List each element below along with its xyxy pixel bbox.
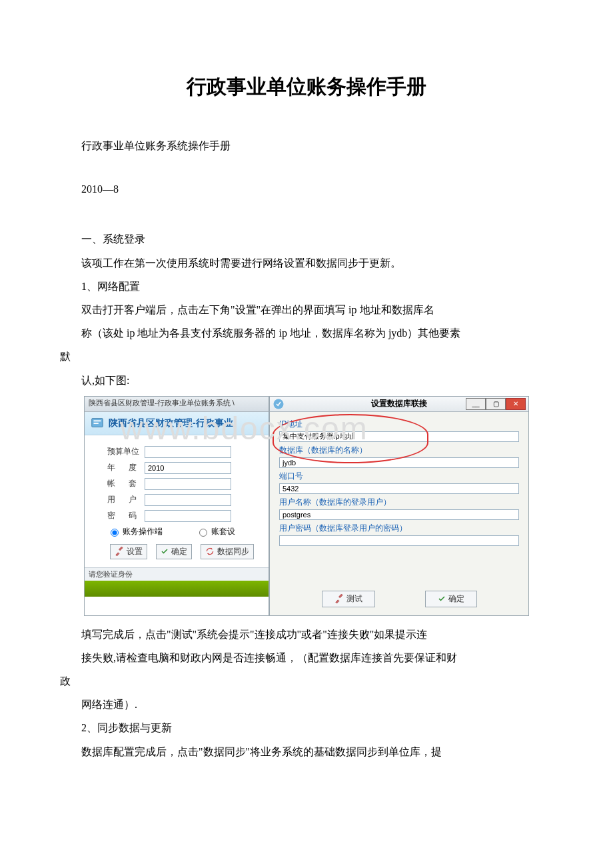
- dbpwd-input[interactable]: [279, 535, 519, 546]
- ip-input[interactable]: [279, 431, 519, 442]
- input-pwd[interactable]: [145, 510, 231, 522]
- login-titlebar: 陕西省县区财政管理-行政事业单位账务系统 \: [85, 397, 269, 412]
- db-ok-button-label: 确定: [448, 593, 464, 605]
- radio-setup[interactable]: 账套设: [196, 526, 235, 537]
- input-user[interactable]: [145, 494, 231, 506]
- login-footer-band: [85, 581, 269, 597]
- label-unit: 预算单位: [107, 446, 145, 457]
- sync-button[interactable]: 数据同步: [201, 544, 254, 559]
- screenshot-composite: 陕西省县区财政管理-行政事业单位账务系统 \ 陕西省县区财政管理-行政事业! 预…: [84, 396, 529, 616]
- db-input[interactable]: [279, 457, 519, 468]
- p1: 该项工作在第一次使用系统时需要进行网络设置和数据同步于更新。: [60, 251, 553, 275]
- step2: 2、同步数据与更新: [60, 716, 553, 739]
- input-set[interactable]: [145, 478, 231, 490]
- app-icon: [90, 416, 105, 431]
- login-header-text: 陕西省县区财政管理-行政事业!: [109, 417, 236, 429]
- close-button[interactable]: ✕: [506, 398, 526, 410]
- p5: 填写完成后，点击"测试"系统会提示"连接成功"或者"连接失败"如果提示连: [60, 623, 553, 646]
- db-label: 数据库（数据库的名称）: [279, 445, 519, 456]
- label-pwd: 密 码: [107, 510, 145, 521]
- p8: 数据库配置完成后，点击"数据同步"将业务系统的基础数据同步到单位库，提: [60, 740, 553, 763]
- radio-operation-label: 账务操作端: [123, 526, 163, 537]
- ip-label: IP地址: [279, 419, 519, 430]
- p7: 网络连通）.: [60, 693, 553, 716]
- step1: 1、网络配置: [60, 275, 553, 298]
- label-set: 帐 套: [107, 478, 145, 489]
- login-window: 陕西省县区财政管理-行政事业单位账务系统 \ 陕西省县区财政管理-行政事业! 预…: [84, 396, 269, 616]
- p2: 双击打开客户端后，点击左下角"设置"在弹出的界面填写 ip 地址和数据库名: [60, 298, 553, 321]
- sync-button-label: 数据同步: [217, 546, 249, 557]
- settings-button-label: 设置: [127, 546, 143, 557]
- dbpwd-label: 用户密码（数据库登录用户的密码）: [279, 523, 519, 534]
- maximize-button[interactable]: ▢: [486, 398, 506, 410]
- radio-setup-label: 账套设: [211, 526, 235, 537]
- test-button-label: 测试: [346, 593, 362, 605]
- ok-button[interactable]: 确定: [156, 544, 192, 559]
- test-button[interactable]: 测试: [322, 591, 375, 607]
- check-icon: [161, 547, 169, 555]
- doc-title: 行政事业单位账务操作手册: [60, 73, 553, 101]
- input-unit[interactable]: [145, 446, 231, 458]
- input-year[interactable]: [145, 462, 231, 474]
- dialog-icon: [273, 398, 285, 410]
- login-header: 陕西省县区财政管理-行政事业!: [85, 412, 269, 435]
- radio-operation[interactable]: 账务操作端: [107, 526, 163, 537]
- tools-icon: [115, 547, 124, 556]
- p6b: 政: [60, 669, 553, 693]
- doc-date: 2010—8: [60, 177, 553, 201]
- svg-rect-1: [94, 420, 101, 421]
- svg-rect-2: [94, 423, 99, 424]
- tools-icon: [334, 594, 344, 603]
- db-ok-button[interactable]: 确定: [425, 591, 477, 607]
- db-titlebar: 设置数据库联接 __ ▢ ✕: [270, 397, 528, 412]
- p4: 认,如下图:: [60, 369, 553, 392]
- label-year: 年 度: [107, 462, 145, 473]
- db-title: 设置数据库联接: [371, 398, 427, 409]
- port-label: 端口号: [279, 471, 519, 482]
- section-heading: 一、系统登录: [60, 227, 553, 251]
- settings-button[interactable]: 设置: [110, 544, 147, 559]
- port-input[interactable]: [279, 483, 519, 494]
- check-icon: [438, 595, 446, 603]
- login-status: 请您验证身份: [85, 567, 269, 581]
- p3b: 默: [60, 345, 553, 368]
- dbuser-input[interactable]: [279, 509, 519, 520]
- dbuser-label: 用户名称（数据库的登录用户）: [279, 497, 519, 508]
- ok-button-label: 确定: [171, 546, 187, 557]
- label-user: 用 户: [107, 494, 145, 505]
- radio-setup-input[interactable]: [199, 529, 207, 537]
- doc-subtitle: 行政事业单位账务系统操作手册: [60, 134, 553, 157]
- radio-operation-input[interactable]: [111, 529, 119, 537]
- p6a: 接失败,请检查电脑和财政内网是否连接畅通，（配置数据库连接首先要保证和财: [60, 646, 553, 669]
- sync-icon: [205, 547, 215, 556]
- db-dialog: 设置数据库联接 __ ▢ ✕ IP地址 数据库（数据库的名称） 端口号 用户名称…: [269, 396, 529, 616]
- p3a: 称（该处 ip 地址为各县支付系统服务器的 ip 地址，数据库名称为 jydb）…: [60, 321, 553, 345]
- minimize-button[interactable]: __: [466, 398, 486, 410]
